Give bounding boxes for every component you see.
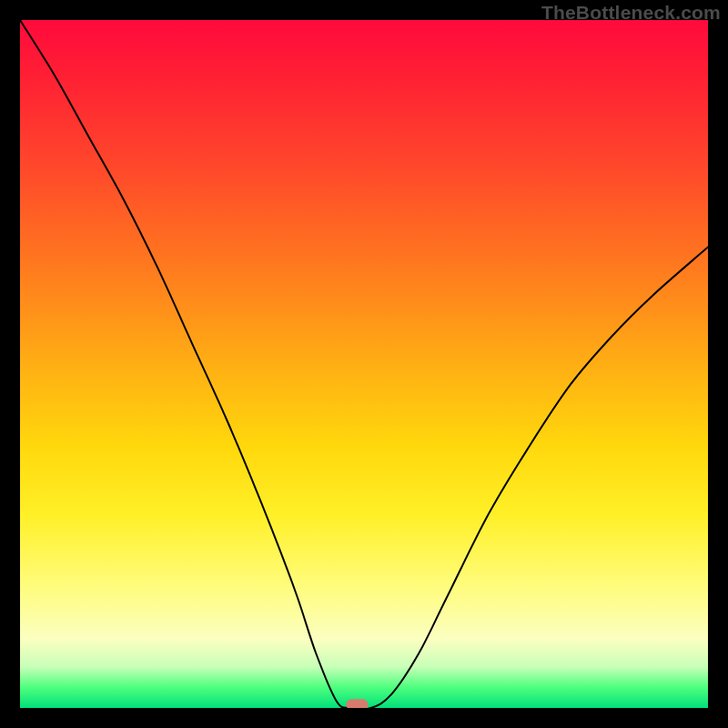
plot-area (20, 20, 708, 708)
floor-marker (346, 699, 368, 708)
watermark-text: TheBottleneck.com (541, 2, 721, 24)
bottleneck-curve (20, 20, 708, 708)
chart-svg (20, 20, 708, 708)
chart-frame: TheBottleneck.com (0, 0, 728, 728)
